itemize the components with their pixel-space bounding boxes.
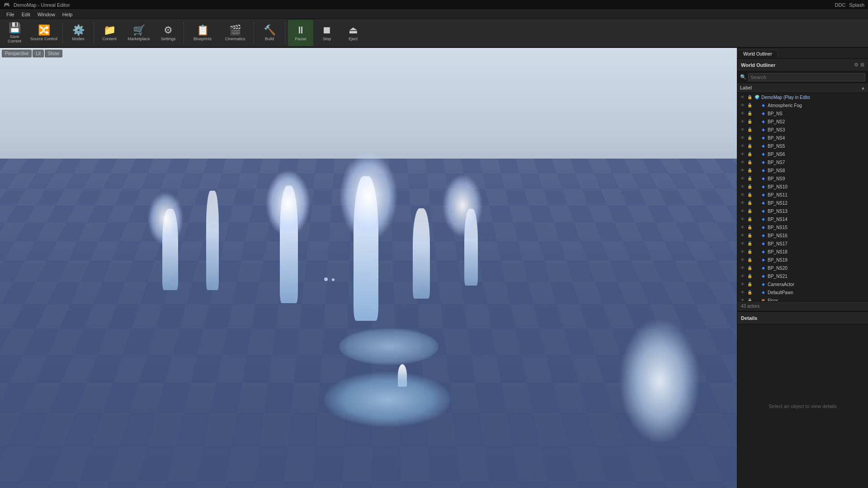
outliner-item[interactable]: 👁 🔒 ◆ BP_NS5 bbox=[737, 142, 868, 150]
menu-edit[interactable]: Edit bbox=[18, 12, 34, 17]
outliner-item[interactable]: 👁 🔒 ◆ BP_NS14 bbox=[737, 215, 868, 223]
modes-button[interactable]: ⚙️ Modes bbox=[66, 20, 91, 46]
type-icon: ◆ bbox=[760, 175, 766, 182]
outliner-item[interactable]: 👁 🔒 ▣ Floor bbox=[737, 296, 868, 301]
marketplace-icon: 🛒 bbox=[133, 24, 145, 36]
eject-button[interactable]: ⏏ Eject bbox=[340, 20, 366, 46]
lock-icon: 🔒 bbox=[746, 183, 753, 190]
outliner-item[interactable]: 👁 🔒 ◆ BP_NS3 bbox=[737, 126, 868, 134]
blueprints-label: Blueprints bbox=[193, 37, 212, 42]
water-splash-foreground bbox=[324, 372, 451, 427]
cinematics-label: Cinematics bbox=[225, 37, 245, 42]
blueprints-button[interactable]: 📋 Blueprints bbox=[187, 20, 218, 46]
outliner-list[interactable]: 👁 🔒 🌍 DemoMap (Play in Edito 👁 🔒 ◆ Atmos… bbox=[737, 93, 868, 301]
lock-icon: 🔒 bbox=[746, 273, 753, 279]
cinematics-button[interactable]: 🎬 Cinematics bbox=[219, 20, 251, 46]
settings-button[interactable]: ⚙ Settings bbox=[156, 20, 181, 46]
outliner-item[interactable]: 👁 🔒 ◆ BP_NS10 bbox=[737, 183, 868, 191]
item-name: BP_NS18 bbox=[768, 249, 866, 254]
item-name: DemoMap (Play in Edito bbox=[761, 95, 866, 100]
item-name: BP_NS20 bbox=[768, 266, 866, 271]
settings-icon: ⚙ bbox=[164, 24, 173, 36]
outliner-item[interactable]: 👁 🔒 ◆ CameraActor bbox=[737, 280, 868, 288]
outliner-item[interactable]: 👁 🔒 ◆ BP_NS bbox=[737, 109, 868, 117]
lock-icon: 🔒 bbox=[746, 192, 753, 198]
lock-icon: 🔒 bbox=[746, 143, 753, 149]
pause-button[interactable]: ⏸ Pause bbox=[288, 20, 313, 46]
outliner-header-icons: ⚙ ⊞ bbox=[854, 62, 864, 68]
details-title: Details bbox=[741, 315, 757, 321]
build-button[interactable]: 🔨 Build bbox=[257, 20, 282, 46]
outliner-item[interactable]: 👁 🔒 ◆ BP_NS9 bbox=[737, 174, 868, 183]
spray-column-2 bbox=[206, 191, 219, 290]
viewport-show-button[interactable]: Show bbox=[45, 50, 62, 57]
outliner-settings-icon[interactable]: ⚙ bbox=[854, 62, 859, 68]
type-icon: ◆ bbox=[760, 208, 766, 214]
type-icon: ◆ bbox=[760, 257, 766, 263]
content-button[interactable]: 📁 Content bbox=[97, 20, 122, 46]
viewport-lit-button[interactable]: Lit bbox=[33, 50, 44, 57]
outliner-item[interactable]: 👁 🔒 ◆ BP_NS2 bbox=[737, 117, 868, 126]
outliner-item[interactable]: 👁 🔒 ◆ BP_NS19 bbox=[737, 256, 868, 264]
outliner-item[interactable]: 👁 🔒 ◆ BP_NS21 bbox=[737, 272, 868, 280]
tab-world-outliner[interactable]: World Outliner bbox=[737, 50, 778, 58]
type-icon: ◆ bbox=[760, 192, 766, 198]
particle-burst-2 bbox=[265, 169, 311, 237]
save-icon: 💾 bbox=[9, 22, 21, 34]
details-body: Select an object to view details bbox=[737, 324, 868, 488]
eject-label: Eject bbox=[349, 37, 358, 42]
outliner-item[interactable]: 👁 🔒 ◆ BP_NS15 bbox=[737, 223, 868, 231]
viewport[interactable]: Perspective Lit Show bbox=[0, 48, 737, 488]
column-label[interactable]: Label bbox=[740, 85, 861, 90]
outliner-item[interactable]: 👁 🔒 ◆ Atmospheric Fog bbox=[737, 101, 868, 109]
outliner-item[interactable]: 👁 🔒 ◆ BP_NS20 bbox=[737, 264, 868, 272]
lock-icon: 🔒 bbox=[746, 200, 753, 206]
ddc-label[interactable]: DDC bbox=[835, 2, 846, 8]
viewport-perspective-button[interactable]: Perspective bbox=[2, 50, 32, 57]
outliner-expand-icon[interactable]: ⊞ bbox=[860, 62, 864, 68]
visibility-icon: 👁 bbox=[739, 240, 745, 247]
outliner-item[interactable]: 👁 🔒 ◆ BP_NS13 bbox=[737, 207, 868, 215]
outliner-item[interactable]: 👁 🔒 ◆ BP_NS18 bbox=[737, 248, 868, 256]
spray-column-5 bbox=[413, 208, 430, 299]
type-icon: ◆ bbox=[760, 240, 766, 247]
lock-icon: 🔒 bbox=[746, 265, 753, 271]
outliner-item[interactable]: 👁 🔒 ◆ BP_NS17 bbox=[737, 239, 868, 248]
outliner-item[interactable]: 👁 🔒 ◆ BP_NS8 bbox=[737, 166, 868, 174]
type-icon: ◆ bbox=[760, 135, 766, 141]
item-name: BP_NS11 bbox=[768, 192, 866, 197]
type-icon: ◆ bbox=[760, 183, 766, 190]
outliner-item[interactable]: 👁 🔒 ◆ BP_NS11 bbox=[737, 191, 868, 199]
menu-help[interactable]: Help bbox=[59, 12, 76, 17]
outliner-item[interactable]: 👁 🔒 ◆ BP_NS12 bbox=[737, 199, 868, 207]
eject-icon: ⏏ bbox=[349, 24, 358, 36]
source-control-button[interactable]: 🔀 Source Control bbox=[28, 20, 60, 46]
lock-icon: 🔒 bbox=[746, 216, 753, 222]
outliner-search-input[interactable] bbox=[748, 73, 865, 81]
lock-icon: 🔒 bbox=[746, 118, 753, 125]
type-icon: ◆ bbox=[760, 102, 766, 108]
menu-file[interactable]: File bbox=[3, 12, 18, 17]
splash-label[interactable]: Splash bbox=[849, 2, 864, 8]
type-icon: ◆ bbox=[760, 143, 766, 149]
lock-icon: 🔒 bbox=[746, 289, 753, 296]
stop-button[interactable]: ⏹ Stop bbox=[314, 20, 340, 46]
outliner-item[interactable]: 👁 🔒 ◆ BP_NS7 bbox=[737, 158, 868, 166]
menu-window[interactable]: Window bbox=[34, 12, 59, 17]
menubar: File Edit Window Help bbox=[0, 10, 868, 19]
outliner-item[interactable]: 👁 🔒 ◆ BP_NS4 bbox=[737, 134, 868, 142]
actors-count: 43 actors bbox=[737, 301, 868, 311]
visibility-icon: 👁 bbox=[739, 118, 745, 125]
save-current-button[interactable]: 💾 Save Current bbox=[2, 20, 27, 46]
toolbar-separator-5 bbox=[285, 22, 285, 44]
outliner-item[interactable]: 👁 🔒 ◆ DefaultPawn bbox=[737, 288, 868, 296]
outliner-item[interactable]: 👁 🔒 ◆ BP_NS16 bbox=[737, 231, 868, 239]
visibility-icon: 👁 bbox=[739, 265, 745, 271]
marketplace-button[interactable]: 🛒 Marketplace bbox=[123, 20, 155, 46]
outliner-item[interactable]: 👁 🔒 ◆ BP_NS6 bbox=[737, 150, 868, 158]
type-icon: ◆ bbox=[760, 200, 766, 206]
outliner-item[interactable]: 👁 🔒 🌍 DemoMap (Play in Edito bbox=[737, 93, 868, 101]
item-name: CameraActor bbox=[768, 282, 866, 287]
right-panel: World Outliner World Outliner ⚙ ⊞ 🔍 Labe… bbox=[737, 48, 868, 488]
item-name: Atmospheric Fog bbox=[768, 103, 866, 108]
